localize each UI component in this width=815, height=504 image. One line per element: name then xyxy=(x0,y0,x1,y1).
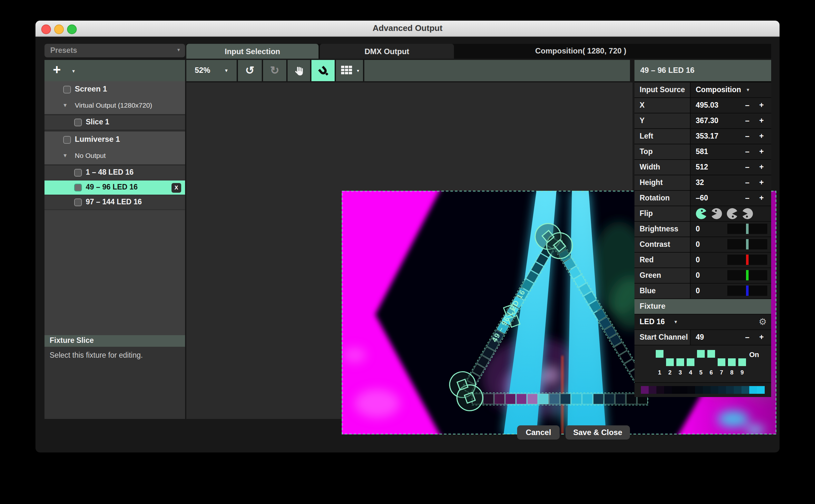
decrement-button[interactable]: – xyxy=(743,193,752,202)
channel-toggle[interactable] xyxy=(697,350,705,358)
disclosure-triangle-icon[interactable]: ▼ xyxy=(63,102,68,108)
fixture-type-dropdown[interactable]: LED 16 ▾ ⚙ xyxy=(635,315,771,329)
field-value[interactable]: 353.17 xyxy=(696,132,718,140)
channel-number: 1 xyxy=(655,369,664,376)
slider-row-blue: Blue 0 xyxy=(635,284,771,298)
brightness-slider[interactable] xyxy=(727,224,767,234)
field-value[interactable]: 512 xyxy=(696,163,708,171)
increment-button[interactable]: + xyxy=(757,116,766,125)
redo-button[interactable]: ↻ xyxy=(263,60,287,81)
input-source-label-cell: Input Source xyxy=(635,82,690,97)
field-label: Rotation xyxy=(640,194,670,202)
increment-button[interactable]: + xyxy=(757,101,766,110)
flip-none-button[interactable] xyxy=(696,208,707,219)
decrement-button[interactable]: – xyxy=(743,131,752,141)
increment-button[interactable]: + xyxy=(757,131,766,141)
red-slider[interactable] xyxy=(727,255,767,265)
tree-row-fixture-97-144[interactable]: 97 – 144 LED 16 xyxy=(44,195,185,210)
undo-button[interactable]: ↺ xyxy=(238,60,263,81)
fixture-1-48-checkbox[interactable] xyxy=(74,169,82,177)
cancel-button[interactable]: Cancel xyxy=(517,425,560,440)
blue-slider[interactable] xyxy=(727,286,767,296)
channel-toggle[interactable] xyxy=(707,350,715,358)
decrement-button[interactable]: – xyxy=(743,116,752,125)
lumiverse1-checkbox[interactable] xyxy=(63,136,71,144)
channel-toggle[interactable] xyxy=(718,358,725,366)
slider-handle[interactable] xyxy=(746,270,749,280)
field-value[interactable]: –60 xyxy=(696,194,708,202)
increment-button[interactable]: + xyxy=(757,162,766,171)
slider-handle[interactable] xyxy=(746,224,749,234)
slice1-label: Slice 1 xyxy=(86,118,109,126)
slider-handle[interactable] xyxy=(746,255,749,265)
start-channel-value[interactable]: 49 xyxy=(696,333,704,341)
slider-value[interactable]: 0 xyxy=(696,240,700,248)
tree-row-fixture-1-48[interactable]: 1 – 48 LED 16 xyxy=(44,166,185,180)
screen1-checkbox[interactable] xyxy=(63,86,71,93)
tree-group-lumiverse1[interactable]: Lumiverse 1 ▼ No Output xyxy=(44,131,185,166)
caret-down-icon: ▾ xyxy=(747,87,749,93)
pan-tool-button[interactable] xyxy=(287,60,311,81)
presets-dropdown[interactable]: Presets ▾ xyxy=(44,44,185,57)
tree-group-screen1[interactable]: Screen 1 ▼ Virtual Output (1280x720) xyxy=(44,81,185,115)
increment-button[interactable]: + xyxy=(757,333,766,342)
slider-handle[interactable] xyxy=(746,286,749,296)
field-value[interactable]: 581 xyxy=(696,148,708,155)
channel-toggle[interactable] xyxy=(728,358,736,366)
input-source-dropdown[interactable]: Composition ▾ xyxy=(691,82,771,97)
slider-value[interactable]: 0 xyxy=(696,287,700,295)
disclosure-triangle-icon[interactable]: ▼ xyxy=(63,153,68,159)
fixture-97-144-checkbox[interactable] xyxy=(74,199,82,206)
decrement-button[interactable]: – xyxy=(743,147,752,156)
zoom-level-value: 52% xyxy=(195,66,210,75)
slider-row-red: Red 0 xyxy=(635,253,771,267)
decrement-button[interactable]: – xyxy=(743,162,752,171)
gear-icon[interactable]: ⚙ xyxy=(759,316,767,327)
increment-button[interactable]: + xyxy=(757,178,766,187)
channel-toggle[interactable] xyxy=(656,350,664,358)
flip-horizontal-button[interactable] xyxy=(711,208,722,219)
snap-tool-button[interactable] xyxy=(311,60,336,81)
field-value[interactable]: 367.30 xyxy=(696,117,718,124)
tab-input-selection[interactable]: Input Selection xyxy=(186,44,318,59)
channel-toggle[interactable] xyxy=(666,358,674,366)
slider-handle[interactable] xyxy=(746,239,749,249)
increment-button[interactable]: + xyxy=(757,147,766,156)
caret-down-icon: ▾ xyxy=(225,68,228,73)
screen1-output-label: Virtual Output (1280x720) xyxy=(75,101,152,109)
flip-vertical-button[interactable] xyxy=(727,208,738,219)
zoom-level-dropdown[interactable]: 52% ▾ xyxy=(186,60,238,81)
green-slider[interactable] xyxy=(727,270,767,280)
channel-grid: 123456789 xyxy=(655,345,748,382)
selected-fixture-name: 49 – 96 LED 16 xyxy=(640,66,694,75)
save-close-button[interactable]: Save & Close xyxy=(566,425,630,440)
add-device-toolbar: + ▾ xyxy=(44,60,185,81)
caret-down-icon[interactable]: ▾ xyxy=(72,68,75,74)
fixture-preview-strip xyxy=(635,383,771,397)
tree-row-slice1[interactable]: Slice 1 xyxy=(44,115,185,131)
slider-value[interactable]: 0 xyxy=(696,271,700,279)
flip-both-button[interactable] xyxy=(742,208,753,219)
slider-label: Blue xyxy=(640,287,656,295)
channel-toggle[interactable] xyxy=(676,358,684,366)
fixture-49-96-checkbox[interactable] xyxy=(74,184,82,191)
grid-tool-button[interactable]: ▾ xyxy=(336,60,364,81)
decrement-button[interactable]: – xyxy=(743,178,752,187)
channel-toggle[interactable] xyxy=(738,358,746,366)
delete-fixture-button[interactable]: X xyxy=(171,183,181,192)
slider-value[interactable]: 0 xyxy=(696,225,700,233)
field-value[interactable]: 495.03 xyxy=(696,101,718,109)
field-value[interactable]: 32 xyxy=(696,179,704,186)
decrement-button[interactable]: – xyxy=(743,101,752,110)
add-device-button[interactable]: + xyxy=(53,62,61,77)
screen: Advanced Output Presets ▾ + ▾ Screen 1 ▼… xyxy=(0,0,815,504)
tree-row-fixture-49-96[interactable]: 49 – 96 LED 16 X xyxy=(44,180,185,195)
contrast-slider[interactable] xyxy=(727,239,767,249)
decrement-button[interactable]: – xyxy=(743,333,752,342)
input-source-row: Input Source Composition ▾ xyxy=(635,82,771,97)
increment-button[interactable]: + xyxy=(757,193,766,202)
tab-dmx-output[interactable]: DMX Output xyxy=(320,44,454,59)
slice1-checkbox[interactable] xyxy=(74,119,82,126)
slider-value[interactable]: 0 xyxy=(696,256,700,264)
channel-toggle[interactable] xyxy=(687,358,694,366)
